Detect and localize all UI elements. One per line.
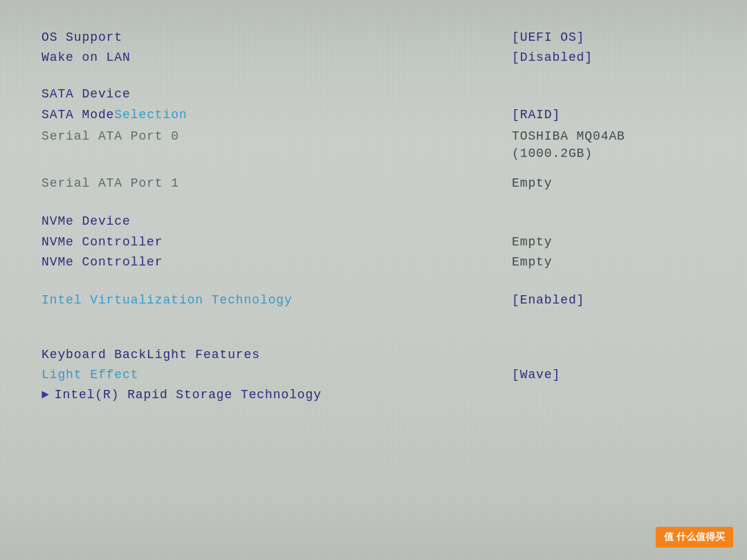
value-os-support: [UEFI OS] [512, 30, 584, 44]
row-os-support: OS Support [UEFI OS] [42, 28, 706, 48]
row-nvme-device: NVMe Device [42, 212, 706, 232]
label-sata-mode-prefix: SATA Mode [42, 106, 114, 124]
watermark: 值 什么值得买 [656, 527, 733, 548]
gap-3 [42, 272, 706, 289]
gap-4b [42, 328, 706, 345]
value-nvme-controller-2: Empty [512, 255, 553, 269]
label-nvme-controller-2: NVMe Controller [42, 254, 163, 271]
label-os-support: OS Support [42, 29, 122, 46]
value-intel-virt: [Enabled] [512, 293, 584, 307]
row-intel-virt[interactable]: Intel Virtualization Technology [Enabled… [42, 289, 706, 312]
label-nvme-device: NVMe Device [42, 213, 131, 230]
row-nvme-controller-1: NVMe Controller Empty [42, 232, 706, 252]
value-nvme-controller-1: Empty [512, 235, 553, 249]
value-serial-ata-port-0-line2: (1000.2GB) [512, 145, 706, 162]
arrow-icon: ► [42, 386, 49, 404]
value-wake-on-lan: [Disabled] [512, 50, 593, 64]
row-serial-ata-port-1: Serial ATA Port 1 Empty [42, 172, 706, 195]
value-serial-ata-port-1: Empty [512, 176, 553, 190]
label-light-effect: Light Effect [42, 366, 138, 384]
row-serial-ata-port-0: Serial ATA Port 0 TOSHIBA MQ04AB (1000.2… [42, 125, 706, 165]
label-sata-mode-selection: Selection [114, 106, 187, 124]
label-wake-on-lan: Wake on LAN [42, 49, 131, 66]
row-keyboard-backlight: Keyboard BackLight Features [42, 345, 706, 365]
label-nvme-controller-1: NVMe Controller [42, 234, 163, 251]
row-sata-device: SATA Device [42, 84, 706, 104]
value-light-effect: [Wave] [512, 368, 560, 382]
label-serial-ata-port-0: Serial ATA Port 0 [42, 128, 179, 145]
bios-content: OS Support [UEFI OS] Wake on LAN [Disabl… [42, 28, 706, 406]
row-nvme-controller-2: NVMe Controller Empty [42, 252, 706, 272]
value-serial-ata-port-0-line1: TOSHIBA MQ04AB [512, 128, 706, 145]
gap-1 [42, 68, 706, 84]
label-sata-device: SATA Device [42, 86, 131, 103]
gap-4 [42, 312, 706, 328]
row-wake-on-lan: Wake on LAN [Disabled] [42, 48, 706, 68]
row-light-effect[interactable]: Light Effect [Wave] [42, 365, 706, 385]
gap-2 [42, 195, 706, 212]
value-sata-mode: [RAID] [512, 108, 560, 122]
label-keyboard-backlight: Keyboard BackLight Features [42, 346, 260, 364]
value-serial-ata-port-0: TOSHIBA MQ04AB (1000.2GB) [512, 128, 706, 162]
label-serial-ata-port-1: Serial ATA Port 1 [42, 175, 179, 192]
row-sata-mode[interactable]: SATA Mode Selection [RAID] [42, 105, 706, 125]
label-intel-virt: Intel Virtualization Technology [42, 292, 293, 309]
row-intel-rst[interactable]: ► Intel(R) Rapid Storage Technology [42, 385, 706, 405]
label-intel-rst: Intel(R) Rapid Storage Technology [55, 386, 322, 404]
bios-screen: OS Support [UEFI OS] Wake on LAN [Disabl… [0, 0, 747, 560]
